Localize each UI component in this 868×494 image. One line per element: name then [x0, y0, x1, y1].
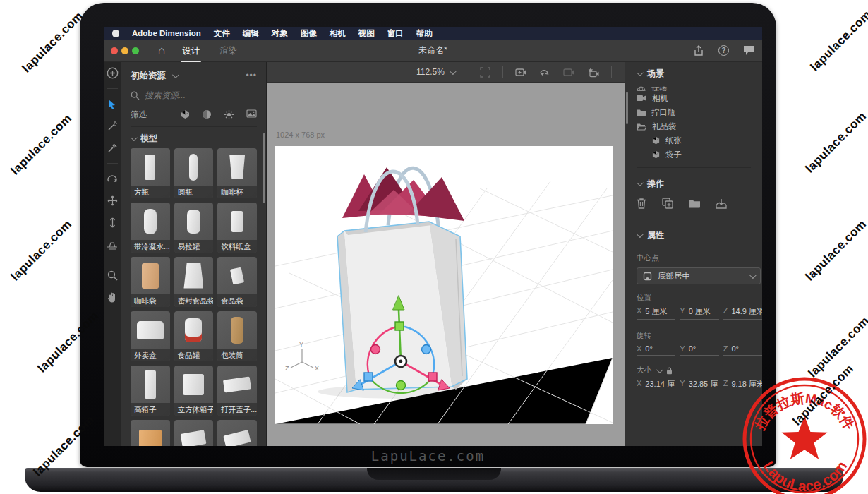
- duplicate-icon[interactable]: [662, 198, 673, 209]
- panel-menu-icon[interactable]: •••: [246, 71, 257, 80]
- position-x-field[interactable]: X5 厘米: [637, 306, 675, 320]
- model-item[interactable]: 食品罐: [174, 311, 214, 361]
- pasteboard[interactable]: 1024 x 768 px: [267, 83, 625, 446]
- document-canvas[interactable]: Y Z X: [275, 146, 613, 424]
- model-item[interactable]: 密封食品袋: [174, 257, 214, 307]
- home-icon[interactable]: ⌂: [158, 44, 165, 56]
- size-x-field[interactable]: X23.14 厘: [637, 379, 675, 392]
- scene-item-camera[interactable]: 相机: [637, 91, 762, 105]
- horizon-tool[interactable]: [106, 238, 119, 251]
- dolly-tool[interactable]: [106, 216, 119, 229]
- scene-item-paper[interactable]: 纸张: [637, 133, 762, 147]
- gizmo-x-scale-handle[interactable]: [428, 373, 437, 381]
- model-item[interactable]: [131, 420, 170, 446]
- add-content-button[interactable]: [106, 66, 119, 80]
- chevron-down-icon[interactable]: [637, 179, 644, 186]
- apple-menu-icon[interactable]: [112, 30, 119, 37]
- filter-images-icon[interactable]: [246, 109, 257, 118]
- minimize-window-button[interactable]: [121, 47, 128, 54]
- help-icon[interactable]: ?: [718, 45, 729, 56]
- model-item[interactable]: [174, 420, 214, 446]
- scene-scrollbar[interactable]: [626, 92, 628, 124]
- menu-view[interactable]: 视图: [358, 28, 375, 39]
- filter-models-icon[interactable]: [181, 109, 190, 119]
- pan-tool[interactable]: [106, 194, 119, 207]
- filter-lights-icon[interactable]: [224, 109, 234, 120]
- assets-scrollbar[interactable]: [263, 133, 265, 203]
- gizmo-rotate-z-handle[interactable]: [422, 345, 431, 354]
- close-window-button[interactable]: [111, 47, 118, 54]
- model-item[interactable]: 方瓶: [131, 148, 170, 198]
- menu-app-name[interactable]: Adobe Dimension: [132, 29, 201, 37]
- model-item[interactable]: 打开盖子...: [217, 366, 257, 416]
- gizmo-rotate-y-handle[interactable]: [397, 381, 406, 390]
- orbit-tool[interactable]: [106, 172, 119, 186]
- camera-redo-icon[interactable]: [563, 67, 575, 77]
- scene-item-bag[interactable]: 袋子: [637, 147, 762, 162]
- model-item[interactable]: 咖啡杯: [217, 148, 257, 198]
- asset-search-input[interactable]: 搜索资源...: [131, 86, 257, 104]
- camera-bookmark-star-icon[interactable]: [587, 67, 599, 78]
- magic-wand-tool[interactable]: [106, 119, 119, 133]
- pivot-select[interactable]: 底部居中: [637, 267, 761, 284]
- model-item[interactable]: 带冷凝水...: [131, 203, 170, 253]
- gizmo-y-scale-handle[interactable]: [395, 322, 404, 330]
- export-icon[interactable]: [716, 198, 727, 209]
- group-folder-icon[interactable]: [689, 199, 700, 208]
- models-section-label[interactable]: 模型: [140, 133, 157, 145]
- share-icon[interactable]: [693, 45, 704, 56]
- rotation-y-field[interactable]: Y0°: [680, 344, 718, 356]
- menu-help[interactable]: 帮助: [416, 28, 433, 39]
- chevron-down-icon[interactable]: [637, 69, 644, 76]
- chevron-down-icon[interactable]: [172, 71, 179, 78]
- scene-item-bottle-group[interactable]: 拧口瓶: [637, 105, 762, 119]
- hand-tool[interactable]: [106, 291, 119, 304]
- frame-selection-icon[interactable]: [480, 67, 490, 78]
- properties-panel-title[interactable]: 属性: [647, 229, 664, 241]
- tab-render[interactable]: 渲染: [215, 40, 241, 61]
- chevron-down-icon[interactable]: [131, 134, 138, 141]
- position-z-field[interactable]: Z14.9 厘米: [723, 306, 762, 320]
- position-y-field[interactable]: Y0 厘米: [680, 306, 718, 320]
- model-item[interactable]: 高箱子: [131, 366, 170, 416]
- model-item[interactable]: 外卖盒: [131, 311, 170, 361]
- model-item[interactable]: 咖啡袋: [131, 257, 170, 307]
- model-item[interactable]: 易拉罐: [174, 203, 214, 253]
- select-tool[interactable]: [106, 97, 119, 111]
- delete-icon[interactable]: [637, 198, 646, 209]
- chevron-down-icon[interactable]: [656, 366, 663, 373]
- scene-item-giftbag-group[interactable]: 礼品袋: [637, 119, 762, 133]
- model-item[interactable]: 立方体箱子: [174, 366, 214, 416]
- gizmo-z-scale-handle[interactable]: [364, 373, 373, 381]
- model-item[interactable]: 食品袋: [217, 257, 257, 307]
- assets-panel-title[interactable]: 初始资源: [131, 70, 166, 82]
- menu-image[interactable]: 图像: [301, 28, 317, 39]
- rotation-x-field[interactable]: X0°: [637, 344, 675, 356]
- model-item[interactable]: 包装筒: [217, 311, 257, 361]
- menu-object[interactable]: 对象: [272, 28, 288, 39]
- filter-materials-icon[interactable]: [202, 109, 212, 119]
- feedback-chat-icon[interactable]: [743, 45, 755, 56]
- model-item[interactable]: 饮料纸盒: [217, 203, 257, 253]
- camera-undo-icon[interactable]: [539, 67, 551, 77]
- scene-panel-title[interactable]: 场景: [647, 68, 664, 80]
- lock-icon[interactable]: [666, 367, 673, 375]
- tab-design[interactable]: 设计: [178, 40, 204, 61]
- gizmo-rotate-x-handle[interactable]: [371, 345, 380, 354]
- model-item[interactable]: 圆瓶: [174, 148, 214, 198]
- camera-bookmark-add-icon[interactable]: [515, 67, 527, 77]
- sampler-tool[interactable]: [106, 141, 119, 155]
- actions-panel-title[interactable]: 操作: [647, 178, 664, 190]
- menu-edit[interactable]: 编辑: [243, 28, 259, 39]
- menu-window[interactable]: 窗口: [387, 28, 404, 39]
- maximize-window-button[interactable]: [132, 47, 139, 54]
- scene-item-environment[interactable]: 环境: [637, 83, 762, 91]
- rotation-z-field[interactable]: Z0°: [723, 344, 762, 356]
- size-y-field[interactable]: Y32.85 厘: [680, 379, 718, 392]
- chevron-down-icon[interactable]: [637, 231, 644, 238]
- model-item[interactable]: [217, 420, 257, 446]
- zoom-level-control[interactable]: 112.5%: [416, 67, 454, 77]
- zoom-tool[interactable]: [106, 269, 119, 282]
- menu-camera[interactable]: 相机: [330, 28, 346, 39]
- menu-file[interactable]: 文件: [214, 28, 230, 39]
